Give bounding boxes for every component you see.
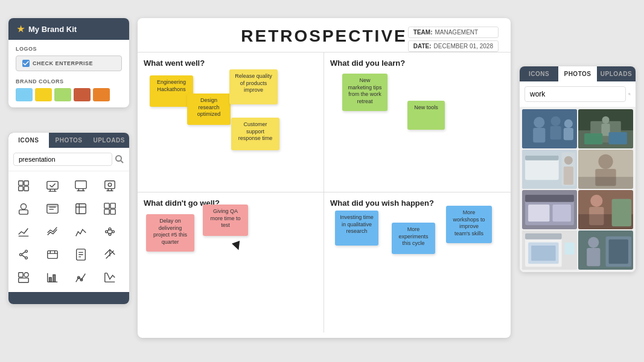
sticky-investing[interactable]: Investing time in qualitative research xyxy=(335,211,378,246)
retro-grid: What went well? Engineering Hackathons D… xyxy=(138,52,511,332)
photo-thumb-5[interactable] xyxy=(522,190,577,229)
brand-colors-section: BRAND COLORS xyxy=(16,78,122,101)
svg-point-19 xyxy=(21,204,26,209)
svg-point-73 xyxy=(564,119,573,128)
icon-cell[interactable] xyxy=(41,244,64,265)
tab-uploads[interactable]: UPLOADS xyxy=(89,133,129,148)
icon-cell[interactable] xyxy=(69,221,92,243)
tab-photos[interactable]: PHOTOS xyxy=(49,133,89,148)
sticky-experiments[interactable]: More experiments this cycle xyxy=(392,223,435,254)
icon-cell[interactable] xyxy=(41,198,64,220)
tab-icons-right[interactable]: ICONS xyxy=(520,66,558,81)
icon-cell[interactable] xyxy=(12,244,35,265)
brand-kit-body: LOGOS CHECK ENTERPRISE BRAND COLORS xyxy=(8,40,129,107)
svg-rect-29 xyxy=(110,203,115,208)
icon-cell[interactable] xyxy=(98,221,121,243)
svg-rect-28 xyxy=(104,203,109,208)
sticky-workshops[interactable]: More workshops to improve team's skills xyxy=(446,206,492,243)
tab-photos-right[interactable]: PHOTOS xyxy=(558,66,597,81)
svg-point-86 xyxy=(564,156,573,165)
svg-rect-104 xyxy=(525,233,562,240)
svg-point-98 xyxy=(590,195,602,207)
icon-cell[interactable] xyxy=(41,221,64,243)
svg-line-40 xyxy=(107,232,109,234)
team-meta: TEAM: MANAGEMENT xyxy=(408,27,499,38)
icon-search-input[interactable] xyxy=(13,153,112,166)
svg-point-18 xyxy=(108,183,112,186)
icon-cell[interactable] xyxy=(69,244,92,265)
sticky-customer[interactable]: Customer support response time xyxy=(231,118,279,150)
icon-cell[interactable] xyxy=(98,198,121,220)
icon-grid xyxy=(8,171,129,292)
quadrant-learned: What did you learn? New marketing tips f… xyxy=(324,52,511,192)
color-swatch-blue[interactable] xyxy=(16,88,33,101)
photo-thumb-3[interactable] xyxy=(522,150,577,189)
svg-rect-110 xyxy=(587,248,600,266)
icon-cell[interactable] xyxy=(12,267,35,288)
photo-thumb-1[interactable] xyxy=(522,109,577,148)
icon-cell[interactable] xyxy=(98,267,121,288)
svg-rect-70 xyxy=(533,128,545,142)
icon-panel-footer xyxy=(8,292,129,304)
star-icon: ★ xyxy=(17,24,25,34)
check-enterprise-label: CHECK ENTERPRISE xyxy=(33,60,93,66)
svg-rect-95 xyxy=(528,205,549,221)
tab-icons[interactable]: ICONS xyxy=(8,133,49,148)
photo-thumb-8[interactable] xyxy=(578,230,633,270)
photo-thumb-2[interactable] xyxy=(578,109,633,148)
icon-cell[interactable] xyxy=(41,267,64,288)
icon-cell[interactable] xyxy=(98,175,121,197)
svg-point-109 xyxy=(588,237,599,248)
photo-thumb-6[interactable] xyxy=(578,190,633,229)
date-label: DATE: xyxy=(413,43,432,49)
sticky-release[interactable]: Release quality of products improve xyxy=(229,69,278,104)
svg-rect-107 xyxy=(565,243,575,255)
svg-point-41 xyxy=(20,253,22,256)
photo-grid xyxy=(520,107,636,272)
svg-rect-6 xyxy=(46,182,57,189)
sticky-marketing[interactable]: New marketing tips from the work retreat xyxy=(342,74,387,111)
date-value: DECEMBER 01, 2028 xyxy=(434,43,493,49)
sticky-tools[interactable]: New tools xyxy=(407,101,445,130)
sticky-design[interactable]: Design research optimized xyxy=(187,94,231,125)
svg-point-71 xyxy=(551,116,561,126)
svg-point-43 xyxy=(25,257,28,259)
icon-cell[interactable] xyxy=(69,267,92,288)
color-swatch-red[interactable] xyxy=(74,88,91,101)
sticky-qa[interactable]: Giving QA more time to test xyxy=(203,205,248,236)
photo-search-input[interactable] xyxy=(524,86,626,102)
icon-cell[interactable] xyxy=(12,221,35,243)
icon-cell[interactable] xyxy=(41,175,64,197)
svg-rect-31 xyxy=(110,209,115,214)
svg-rect-14 xyxy=(104,181,115,189)
icon-cell[interactable] xyxy=(69,175,92,197)
photo-search-icon xyxy=(628,89,631,99)
photo-thumb-4[interactable] xyxy=(578,150,633,189)
icon-cell[interactable] xyxy=(12,198,35,220)
svg-rect-56 xyxy=(19,273,23,277)
svg-rect-10 xyxy=(75,181,86,189)
color-swatch-orange[interactable] xyxy=(93,88,110,101)
quadrant-went-well: What went well? Engineering Hackathons D… xyxy=(138,52,324,192)
svg-rect-5 xyxy=(24,186,28,191)
svg-rect-112 xyxy=(609,240,628,264)
tab-uploads-right[interactable]: UPLOADS xyxy=(597,66,636,81)
check-enterprise-button[interactable]: CHECK ENTERPRISE xyxy=(16,56,122,71)
svg-rect-81 xyxy=(609,132,627,144)
icon-cell[interactable] xyxy=(69,198,92,220)
color-swatch-yellow[interactable] xyxy=(35,88,52,101)
icon-cell[interactable] xyxy=(98,244,121,265)
logos-label: LOGOS xyxy=(16,46,122,52)
icon-search-area xyxy=(8,148,129,171)
icon-cell[interactable] xyxy=(12,175,35,197)
check-icon xyxy=(22,60,30,67)
svg-line-37 xyxy=(107,229,109,231)
sticky-delay[interactable]: Delay on delivering project #5 this quar… xyxy=(146,214,194,252)
svg-rect-74 xyxy=(564,128,573,140)
svg-line-1 xyxy=(121,160,123,163)
photo-thumb-7[interactable] xyxy=(522,230,577,270)
svg-rect-46 xyxy=(47,251,57,259)
color-swatch-green[interactable] xyxy=(54,88,71,101)
svg-point-78 xyxy=(602,116,609,124)
date-meta: DATE: DECEMBER 01, 2028 xyxy=(408,40,499,52)
